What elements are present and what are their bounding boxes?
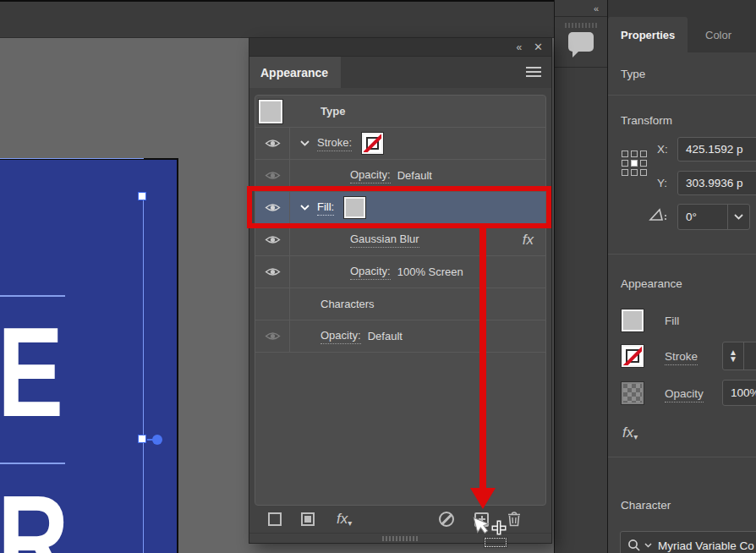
row-value: 100% Screen (397, 266, 463, 278)
type-section-heading: Type (621, 68, 645, 80)
row-label[interactable]: Stroke: (317, 136, 352, 151)
comment-bubble-icon[interactable] (568, 32, 594, 52)
annotation-arrow-shaft (479, 228, 486, 489)
y-input[interactable]: 303.9936 p (677, 171, 756, 195)
chevron-down-icon[interactable] (300, 140, 310, 146)
stroke-none-swatch[interactable] (362, 133, 383, 154)
comments-panel-button[interactable] (555, 17, 607, 68)
search-icon (627, 539, 641, 552)
row-gaussian-blur[interactable]: Gaussian Blur fx (255, 224, 545, 256)
row-label[interactable]: Opacity: (320, 329, 361, 344)
annotation-highlight-rect (247, 186, 551, 228)
row-value: Default (397, 169, 432, 182)
rotation-value: 0° (686, 211, 697, 223)
canvas-letter[interactable]: E (0, 309, 63, 435)
artboard[interactable]: E R R (0, 158, 178, 553)
visibility-eye-icon-dim[interactable] (255, 320, 290, 352)
tab-label: Appearance (260, 66, 328, 79)
drag-cursor (472, 515, 492, 537)
selection-handle[interactable] (138, 435, 146, 443)
properties-tabbar: Properties Color (608, 0, 756, 52)
drag-grip-icon[interactable] (565, 23, 597, 28)
selection-bounds-top (0, 158, 144, 159)
row-label[interactable]: Gaussian Blur (350, 233, 419, 248)
row-characters-opacity[interactable]: Opacity: Default (255, 320, 545, 353)
row-characters[interactable]: Characters (255, 288, 545, 320)
stepper-down-icon[interactable]: ▼ (723, 356, 743, 363)
document-window-chrome (0, 0, 556, 38)
visibility-eye-icon[interactable] (255, 224, 290, 255)
rotation-dropdown[interactable]: 0° (677, 204, 750, 230)
appearance-section-heading: Appearance (621, 277, 682, 290)
row-label[interactable]: Opacity: (350, 265, 391, 280)
delete-selected-item-button[interactable] (507, 512, 521, 527)
row-fill-opacity[interactable]: Opacity: 100% Screen (255, 256, 545, 288)
section-divider (608, 457, 756, 457)
resize-grip-icon (382, 536, 419, 541)
panel-dock-strip: « (554, 0, 607, 553)
stroke-width-stepper[interactable]: ▲ ▼ (722, 342, 756, 370)
visibility-eye-icon[interactable] (255, 128, 290, 159)
text-baseline-indicator (0, 295, 65, 297)
stroke-swatch[interactable] (622, 345, 644, 367)
appearance-list: Type Stroke: (255, 95, 546, 506)
visibility-eye-icon[interactable] (255, 256, 290, 287)
tab-label: Properties (621, 29, 675, 41)
cursor-arrow-icon (469, 512, 495, 539)
appearance-panel: « ✕ Appearance Type (249, 38, 551, 543)
fill-swatch[interactable] (622, 309, 644, 331)
row-label[interactable]: Opacity: (350, 168, 391, 183)
character-section-heading: Character (621, 499, 671, 512)
add-new-effect-button[interactable]: fx▾ (337, 511, 352, 528)
collapse-panel-icon[interactable]: « (516, 41, 522, 53)
rotate-angle-icon (649, 207, 667, 222)
add-new-fill-button[interactable] (301, 512, 315, 526)
stroke-label[interactable]: Stroke (665, 350, 698, 365)
type-thumbnail[interactable] (259, 100, 282, 123)
drag-add-icon (493, 522, 505, 534)
fx-icon: fx (337, 511, 348, 527)
collapse-panels-icon[interactable]: « (594, 3, 598, 14)
opacity-swatch[interactable] (622, 382, 644, 404)
x-value: 425.1592 p (686, 143, 743, 156)
tab-label: Color (705, 29, 731, 41)
chevron-down-icon[interactable] (727, 205, 749, 229)
transform-section-heading: Transform (621, 114, 672, 127)
clear-appearance-button[interactable] (439, 512, 454, 527)
close-panel-icon[interactable]: ✕ (534, 41, 543, 53)
y-value: 303.9936 p (686, 177, 743, 189)
tab-color[interactable]: Color (693, 17, 744, 52)
tab-appearance[interactable]: Appearance (249, 57, 341, 88)
effect-fx-icon[interactable]: fx (523, 232, 534, 249)
fill-label: Fill (665, 315, 679, 327)
appearance-tabbar: Appearance (249, 57, 551, 88)
selection-handle[interactable] (138, 192, 146, 200)
fx-icon: fx (622, 424, 633, 441)
properties-panel: Properties Color Type Transform X: 425.1… (607, 0, 756, 553)
canvas-letter[interactable]: R (0, 476, 68, 553)
panel-menu-icon[interactable] (526, 67, 541, 77)
reference-point-selector[interactable] (622, 151, 647, 176)
opacity-value: 100% (731, 386, 756, 399)
font-family-combobox[interactable]: Myriad Variable Co (620, 531, 756, 553)
row-type[interactable]: Type (255, 96, 545, 128)
tab-properties[interactable]: Properties (608, 17, 688, 52)
dock-strip-empty (555, 68, 607, 553)
opacity-label[interactable]: Opacity (665, 387, 704, 402)
x-label: X: (657, 143, 668, 156)
row-stroke[interactable]: Stroke: (255, 128, 545, 160)
section-divider (608, 95, 756, 96)
chevron-down-icon (644, 543, 652, 548)
add-new-stroke-button[interactable] (268, 512, 282, 526)
font-family-value: Myriad Variable Co (658, 539, 754, 552)
row-value: Default (368, 330, 403, 342)
illustrator-workspace: E R R « Properties Color (0, 0, 756, 553)
opacity-input[interactable]: 100% (722, 380, 756, 406)
x-input[interactable]: 425.1592 p (677, 137, 756, 162)
row-label: Characters (320, 298, 375, 310)
row-label: Type (320, 105, 345, 118)
choose-effect-button[interactable]: fx▾ (622, 424, 638, 441)
selection-side-widget[interactable] (152, 435, 162, 445)
empty-eye-cell (255, 288, 290, 320)
drag-ghost-rect (485, 538, 507, 547)
